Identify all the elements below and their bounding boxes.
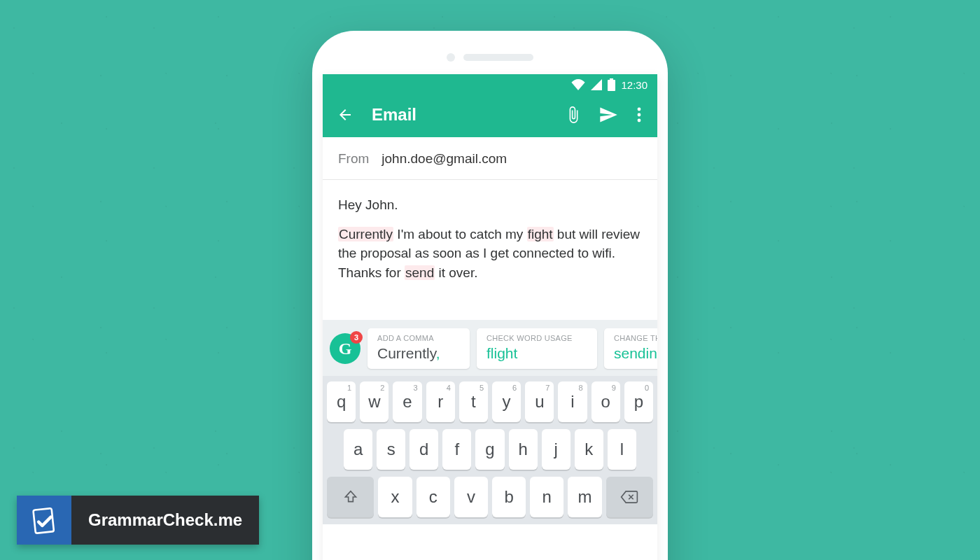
key-i[interactable]: i8	[558, 382, 587, 422]
phone-speaker	[447, 53, 533, 62]
battery-icon	[608, 78, 615, 91]
suggestion-hint: CHECK WORD USAGE	[486, 334, 587, 342]
key-number: 0	[645, 384, 649, 392]
suggestion-fix: Currently,	[377, 345, 460, 362]
watermark-text: GrammarCheck.me	[71, 496, 259, 545]
key-c[interactable]: c	[416, 477, 450, 517]
key-y[interactable]: y6	[492, 382, 521, 422]
key-number: 5	[479, 384, 484, 392]
body-paragraph: Currently I'm about to catch my fight bu…	[338, 225, 642, 283]
key-h[interactable]: h	[509, 429, 538, 470]
key-k[interactable]: k	[575, 429, 603, 470]
speaker-slot	[463, 54, 533, 61]
key-x[interactable]: x	[378, 477, 412, 517]
svg-point-4	[638, 119, 641, 122]
suggestion-fix: sendin	[614, 345, 657, 362]
keyboard-row-2: asdfghjkl	[327, 429, 653, 470]
key-j[interactable]: j	[542, 429, 570, 470]
suggestion-card-sending[interactable]: CHANGE TH sendin	[604, 328, 657, 369]
key-t[interactable]: t5	[459, 382, 488, 422]
key-e[interactable]: e3	[393, 382, 421, 422]
key-o[interactable]: o9	[592, 382, 620, 422]
key-q[interactable]: q1	[327, 382, 356, 422]
more-vertical-icon	[637, 107, 641, 122]
key-v[interactable]: v	[454, 477, 488, 517]
key-backspace[interactable]	[606, 477, 653, 517]
key-d[interactable]: d	[410, 429, 438, 470]
key-number: 4	[447, 384, 451, 392]
key-number: 3	[413, 384, 417, 392]
grammarly-button[interactable]: G 3	[330, 333, 360, 364]
svg-rect-0	[608, 80, 615, 91]
camera-dot	[447, 53, 455, 62]
key-l[interactable]: l	[608, 429, 636, 470]
key-a[interactable]: a	[344, 429, 372, 470]
key-b[interactable]: b	[492, 477, 526, 517]
back-button[interactable]	[334, 104, 356, 126]
key-w[interactable]: w2	[360, 382, 388, 422]
suggestion-fix: flight	[486, 345, 587, 362]
key-m[interactable]: m	[568, 477, 601, 517]
key-number: 7	[545, 384, 550, 392]
highlight-currently[interactable]: Currently	[338, 227, 393, 241]
keyboard: q1w2e3r4t5y6u7i8o9p0 asdfghjkl xcvbnm	[323, 376, 657, 524]
key-number: 1	[347, 384, 351, 392]
grammarly-g-icon: G	[339, 340, 352, 358]
more-button[interactable]	[632, 104, 646, 126]
highlight-fight[interactable]: fight	[527, 227, 554, 241]
key-s[interactable]: s	[377, 429, 405, 470]
watermark-logo	[17, 496, 71, 545]
from-label: From	[338, 151, 369, 167]
wifi-icon	[571, 79, 585, 90]
key-number: 6	[512, 384, 517, 392]
suggestion-hint: ADD A COMMA	[377, 334, 460, 342]
highlight-send[interactable]: send	[405, 265, 435, 280]
suggestion-card-comma[interactable]: ADD A COMMA Currently,	[368, 328, 470, 369]
key-shift[interactable]	[327, 477, 374, 517]
send-icon	[598, 105, 618, 125]
phone-screen: 12:30 Email From john.doe@gmail.com	[323, 74, 657, 560]
key-r[interactable]: r4	[426, 382, 455, 422]
key-u[interactable]: u7	[525, 382, 554, 422]
suggestion-strip: G 3 ADD A COMMA Currently, CHECK WORD US…	[323, 320, 657, 376]
send-button[interactable]	[597, 104, 620, 126]
key-g[interactable]: g	[475, 429, 504, 470]
key-n[interactable]: n	[530, 477, 564, 517]
svg-point-3	[638, 113, 641, 117]
svg-point-2	[638, 108, 641, 111]
status-bar: 12:30	[323, 74, 657, 95]
body-greeting: Hey John.	[338, 195, 642, 215]
key-number: 2	[380, 384, 384, 392]
app-bar: Email	[323, 95, 657, 137]
attach-button[interactable]	[562, 104, 584, 126]
svg-rect-5	[33, 508, 54, 533]
key-p[interactable]: p0	[624, 382, 653, 422]
svg-rect-1	[610, 78, 613, 80]
paperclip-icon	[564, 106, 582, 124]
key-f[interactable]: f	[442, 429, 471, 470]
issue-count-badge: 3	[350, 331, 363, 344]
keyboard-row-1: q1w2e3r4t5y6u7i8o9p0	[327, 382, 653, 422]
watermark: GrammarCheck.me	[17, 496, 259, 545]
status-time: 12:30	[621, 79, 648, 91]
shift-icon	[344, 489, 358, 505]
document-check-icon	[29, 505, 59, 535]
from-row[interactable]: From john.doe@gmail.com	[323, 137, 657, 180]
arrow-left-icon	[337, 106, 354, 123]
app-title: Email	[372, 105, 550, 125]
signal-icon	[591, 79, 602, 90]
suggestion-card-flight[interactable]: CHECK WORD USAGE flight	[477, 328, 597, 369]
from-address: john.doe@gmail.com	[382, 151, 507, 167]
email-body[interactable]: Hey John. Currently I'm about to catch m…	[323, 180, 657, 320]
key-number: 9	[612, 384, 616, 392]
suggestion-hint: CHANGE TH	[614, 334, 657, 342]
backspace-icon	[620, 490, 638, 504]
keyboard-row-3: xcvbnm	[327, 477, 653, 517]
key-number: 8	[579, 384, 583, 392]
phone-frame: 12:30 Email From john.doe@gmail.com	[312, 31, 668, 560]
